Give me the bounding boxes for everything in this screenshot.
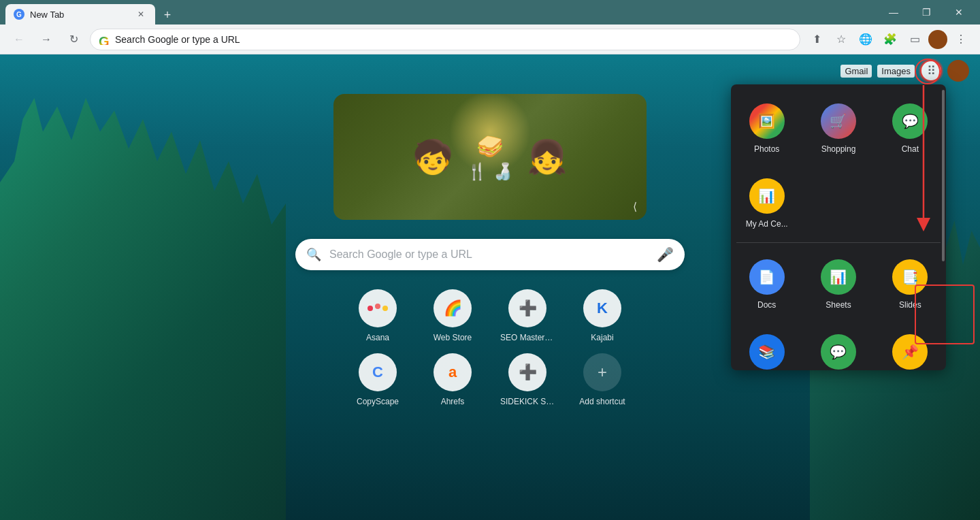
app-photos[interactable]: 🖼️ Photos xyxy=(734,93,800,162)
apps-grid-2: 📄 Docs 📊 Sheets 📑 Slides 📚 Books � xyxy=(731,246,946,370)
gmail-link[interactable]: Gmail xyxy=(840,65,872,78)
close-button[interactable]: ✕ xyxy=(943,2,975,22)
books-icon: 📚 xyxy=(749,334,785,370)
slides-icon: 📑 xyxy=(892,259,928,295)
apps-grid-icon: ⠿ xyxy=(927,63,936,78)
mic-icon[interactable]: 🎤 xyxy=(657,246,674,263)
share-icon[interactable]: ⬆ xyxy=(806,29,828,50)
doodle-char-left: 🧒 xyxy=(412,138,453,176)
doodle-char-right: 👧 xyxy=(527,138,568,176)
add-shortcut-icon: + xyxy=(583,353,621,391)
shortcut-seomaster[interactable]: ➕ SEO Master S... xyxy=(497,289,558,342)
webstore-icon: 🌈 xyxy=(434,289,472,327)
back-button[interactable]: ← xyxy=(8,29,30,50)
docs-icon: 📄 xyxy=(749,259,785,295)
photos-icon: 🖼️ xyxy=(749,103,785,139)
maximize-button[interactable]: ❐ xyxy=(911,2,942,22)
myadcenter-icon: 📊 xyxy=(749,178,785,214)
shortcut-copyscape[interactable]: C CopyScape xyxy=(347,353,408,406)
shopping-icon: 🛒 xyxy=(821,103,856,139)
nav-bar: ← → ↻ G Search Google or type a URL ⬆ ☆ … xyxy=(0,25,980,54)
shortcut-webstore[interactable]: 🌈 Web Store xyxy=(422,289,483,342)
ahrefs-icon: a xyxy=(434,353,472,391)
search-placeholder-text: Search Google or type a URL xyxy=(329,248,649,261)
drawer-scrollbar[interactable] xyxy=(942,90,945,261)
app-docs[interactable]: 📄 Docs xyxy=(734,248,800,318)
asana-icon xyxy=(359,289,397,327)
photos-label: Photos xyxy=(754,144,779,154)
app-shopping[interactable]: 🛒 Shopping xyxy=(805,93,871,162)
active-tab[interactable]: G New Tab ✕ xyxy=(5,4,155,25)
translate-icon[interactable]: 🌐 xyxy=(855,29,877,50)
doodle-share-icon[interactable]: ⟨ xyxy=(633,200,637,213)
spacer1 xyxy=(802,165,874,165)
ahrefs-label: Ahrefs xyxy=(441,397,465,406)
shortcut-sidekick[interactable]: ➕ SIDEKICK SEO xyxy=(497,353,558,406)
title-bar: G New Tab ✕ + — ❐ ✕ xyxy=(0,0,980,25)
browser-frame: G New Tab ✕ + — ❐ ✕ ← → ↻ G Search Googl… xyxy=(0,0,980,520)
minimize-button[interactable]: — xyxy=(878,2,909,22)
tab-favicon: G xyxy=(14,9,24,20)
sidekick-label: SIDEKICK SEO xyxy=(500,397,555,406)
slides-label: Slides xyxy=(899,300,921,310)
sheets-label: Sheets xyxy=(826,300,851,310)
app-myadcenter[interactable]: 📊 My Ad Ce... xyxy=(734,167,800,237)
search-bar[interactable]: 🔍 Search Google or type a URL 🎤 xyxy=(295,239,685,270)
apps-grid: 🖼️ Photos 🛒 Shopping 💬 Chat 📊 My Ad Ce..… xyxy=(731,90,946,240)
seomaster-icon: ➕ xyxy=(508,289,546,327)
doodle-light-effect xyxy=(449,94,531,173)
address-text: Search Google or type a URL xyxy=(115,34,791,45)
tab-close-button[interactable]: ✕ xyxy=(135,8,147,20)
window-controls: — ❐ ✕ xyxy=(878,2,975,22)
content-area: Gmail Images ⠿ 🧒 🥪 🍴 🍶 xyxy=(0,54,980,520)
extensions-icon[interactable]: 🧩 xyxy=(879,29,901,50)
copyscape-icon: C xyxy=(359,353,397,391)
shortcuts-grid: Asana 🌈 Web Store ➕ SEO Master S... xyxy=(347,289,633,406)
top-links-bar: Gmail Images ⠿ xyxy=(0,54,980,87)
kajabi-icon: K xyxy=(583,289,621,327)
seomaster-label: SEO Master S... xyxy=(500,333,555,342)
address-bar[interactable]: G Search Google or type a URL xyxy=(90,29,800,50)
chat-icon: 💬 xyxy=(892,103,928,139)
sheets-icon: 📊 xyxy=(821,259,856,295)
asana-label: Asana xyxy=(366,333,389,342)
bookmark-icon[interactable]: ☆ xyxy=(830,29,852,50)
split-screen-icon[interactable]: ▭ xyxy=(904,29,926,50)
new-tab-button[interactable]: + xyxy=(158,5,177,25)
myadcenter-label: My Ad Ce... xyxy=(746,219,788,229)
reload-button[interactable]: ↻ xyxy=(63,29,84,50)
sidekick-icon: ➕ xyxy=(508,353,546,391)
app-books[interactable]: 📚 Books xyxy=(734,323,800,370)
shortcut-add[interactable]: + Add shortcut xyxy=(572,353,633,406)
search-icon: 🔍 xyxy=(306,247,321,262)
shortcut-kajabi[interactable]: K Kajabi xyxy=(572,289,633,342)
menu-icon[interactable]: ⋮ xyxy=(950,29,972,50)
shopping-label: Shopping xyxy=(821,144,856,154)
profile-top-avatar[interactable] xyxy=(947,60,969,82)
google-doodle: 🧒 🥪 🍴 🍶 👧 ⟨ xyxy=(333,94,647,220)
chat-label: Chat xyxy=(902,144,919,154)
coral-left xyxy=(0,98,286,520)
app-keep[interactable]: 📌 Keep xyxy=(877,323,943,370)
app-sheets[interactable]: 📊 Sheets xyxy=(805,248,871,318)
profile-avatar[interactable] xyxy=(928,30,947,49)
apps-drawer: 🖼️ Photos 🛒 Shopping 💬 Chat 📊 My Ad Ce..… xyxy=(731,84,946,370)
nav-right-icons: ⬆ ☆ 🌐 🧩 ▭ ⋮ xyxy=(806,29,972,50)
shortcut-ahrefs[interactable]: a Ahrefs xyxy=(422,353,483,406)
google-favicon: G xyxy=(99,34,110,45)
app-hangouts[interactable]: 💬 Hangouts xyxy=(805,323,871,370)
shortcut-asana[interactable]: Asana xyxy=(347,289,408,342)
app-slides[interactable]: 📑 Slides xyxy=(877,248,943,318)
apps-divider xyxy=(736,242,941,243)
images-link[interactable]: Images xyxy=(877,65,915,78)
forward-button[interactable]: → xyxy=(35,29,57,50)
keep-icon: 📌 xyxy=(892,334,928,370)
docs-label: Docs xyxy=(757,300,776,310)
app-chat[interactable]: 💬 Chat xyxy=(877,93,943,162)
hangouts-icon: 💬 xyxy=(821,334,856,370)
apps-grid-button[interactable]: ⠿ xyxy=(920,60,942,82)
search-container: 🔍 Search Google or type a URL 🎤 xyxy=(295,239,685,270)
tab-title: New Tab xyxy=(30,10,129,20)
webstore-label: Web Store xyxy=(434,333,472,342)
spacer2 xyxy=(875,165,946,165)
